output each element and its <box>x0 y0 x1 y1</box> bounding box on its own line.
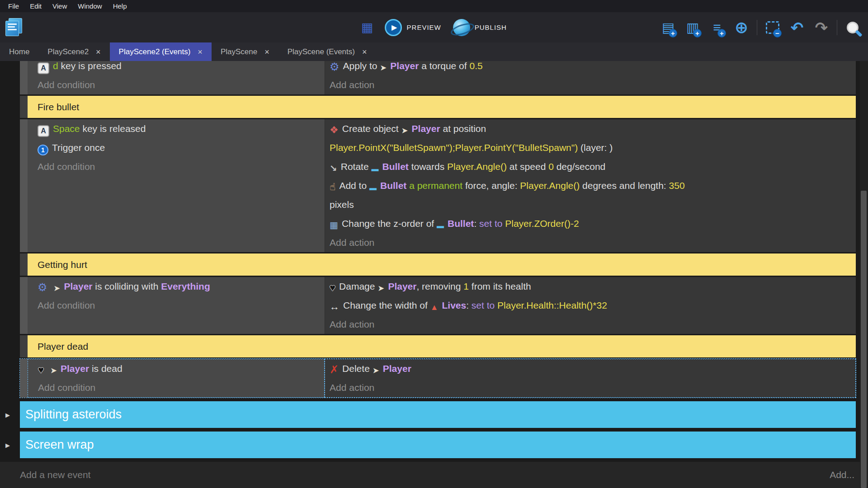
collapse-caret-icon[interactable]: ▶ <box>5 441 10 448</box>
condition-line[interactable]: ♥ ➤Player is dead <box>38 359 324 378</box>
add-new-event-row[interactable]: Add a new event Add... <box>0 462 868 488</box>
publish-button[interactable]: PUBLISH <box>453 19 507 36</box>
search-icon[interactable] <box>844 19 862 37</box>
group-label: Screen wrap <box>20 438 94 452</box>
keyboard-key-icon: A <box>38 125 49 137</box>
physics-icon: ⚙ <box>38 282 47 293</box>
text-segment: : <box>474 218 479 229</box>
group-handle <box>20 96 28 118</box>
add-condition-link[interactable]: Add condition <box>38 157 325 176</box>
group-label: Getting hurt <box>28 259 87 270</box>
project-manager-icon[interactable] <box>5 18 24 37</box>
add-subevent-icon[interactable]: ▥ + <box>684 19 702 37</box>
action-line[interactable]: ↔Change the width of ▲Lives: set to Play… <box>330 296 856 315</box>
tab-playscene2-events[interactable]: PlayScene2 (Events)× <box>110 42 212 61</box>
text-segment: pixels <box>330 199 354 210</box>
scrollbar-thumb[interactable] <box>861 191 867 488</box>
text-segment: degrees and length: <box>580 180 669 191</box>
tab-playscene2[interactable]: PlayScene2× <box>38 42 109 61</box>
text-segment: Player <box>412 123 440 134</box>
text-segment: Bullet <box>448 218 474 229</box>
tab-playscene[interactable]: PlayScene× <box>212 42 278 61</box>
drag-handle[interactable] <box>20 61 28 94</box>
add-comment-icon[interactable]: ≡ + <box>708 19 726 37</box>
add-condition-link[interactable]: Add condition <box>38 75 325 94</box>
redo-icon[interactable]: ↷ <box>812 19 830 37</box>
tab-close-icon[interactable]: × <box>96 48 101 56</box>
action-line[interactable]: ❖Create object ➤Player at position <box>330 119 856 138</box>
tab-home[interactable]: Home <box>0 42 38 61</box>
text-segment: Player <box>61 363 89 374</box>
tab-close-icon[interactable]: × <box>264 48 269 56</box>
add-action-link[interactable]: Add action <box>330 315 856 334</box>
add-something-icon[interactable]: ⊕ <box>732 19 750 37</box>
keyboard-key-icon: A <box>38 62 49 74</box>
trigger-once-icon: 1 <box>38 145 48 155</box>
add-action-link[interactable]: Add action <box>330 75 856 94</box>
text-segment: 350 <box>669 180 685 191</box>
menu-item-edit[interactable]: Edit <box>24 0 47 12</box>
preview-button[interactable]: ▶ PREVIEW <box>385 19 441 36</box>
menu-item-file[interactable]: File <box>3 0 24 12</box>
menu-item-view[interactable]: View <box>47 0 72 12</box>
group-getting-hurt[interactable]: Getting hurt <box>20 253 856 276</box>
tab-close-icon[interactable]: × <box>362 48 367 56</box>
condition-line[interactable]: 1Trigger once <box>38 138 325 157</box>
group-splitting-asteroids[interactable]: ▶Splitting asteroids <box>20 401 856 428</box>
text-segment: 1 <box>463 281 469 291</box>
rotate-icon: ↘ <box>330 164 337 173</box>
bullet-icon: ▬ <box>371 165 378 173</box>
add-action-link[interactable]: Add action <box>330 378 855 397</box>
condition-line[interactable]: Ad key is pressed <box>38 61 325 75</box>
add-condition-link[interactable]: Add condition <box>38 378 324 397</box>
drag-handle[interactable] <box>20 119 28 252</box>
action-line[interactable]: ↘Rotate ▬Bullet towards Player.Angle() a… <box>330 157 856 176</box>
publish-globe-icon <box>453 19 470 36</box>
undo-icon[interactable]: ↶ <box>788 19 806 37</box>
drag-handle[interactable] <box>20 359 28 398</box>
menu-item-help[interactable]: Help <box>108 0 132 12</box>
player-icon: ➤ <box>53 284 60 292</box>
debug-icon[interactable]: ▦ <box>361 21 373 34</box>
text-segment: 0.5 <box>469 61 482 71</box>
group-screen-wrap[interactable]: ▶Screen wrap <box>20 432 856 458</box>
text-segment: key is pressed <box>58 61 122 71</box>
condition-line[interactable]: ⚙ ➤Player is colliding with Everything <box>38 277 325 296</box>
add-more-button[interactable]: Add... <box>830 469 854 480</box>
preview-label: PREVIEW <box>407 23 441 31</box>
action-line[interactable]: ▦Change the z-order of ▬Bullet: set to P… <box>330 214 856 233</box>
tab-playscene-events[interactable]: PlayScene (Events)× <box>278 42 376 61</box>
group-handle <box>20 253 28 276</box>
text-segment: Everything <box>161 281 210 291</box>
collapse-caret-icon[interactable]: ▶ <box>5 411 10 418</box>
conditions-cell: ASpace key is released1Trigger onceAdd c… <box>28 119 325 252</box>
tab-close-icon[interactable]: × <box>198 48 203 56</box>
action-line[interactable]: ♥Damage ➤Player, removing 1 from its hea… <box>330 277 856 296</box>
condition-line[interactable]: ASpace key is released <box>38 119 325 138</box>
actions-cell: ❖Create object ➤Player at positionPlayer… <box>325 119 856 252</box>
tab-label: Home <box>9 47 29 56</box>
heart-icon: ♥ <box>38 365 44 375</box>
action-line[interactable]: Player.PointX("BulletSpawn");Player.Poin… <box>330 138 856 157</box>
action-line[interactable]: ⚙Apply to ➤Player a torque of 0.5 <box>330 61 856 75</box>
menu-item-window[interactable]: Window <box>72 0 107 12</box>
group-player-dead[interactable]: Player dead <box>20 335 856 357</box>
delete-selection-icon[interactable]: − <box>764 19 782 37</box>
add-action-link[interactable]: Add action <box>330 233 856 252</box>
action-line[interactable]: ☝Add to ▬Bullet a permanent force, angle… <box>330 176 856 195</box>
action-line[interactable]: ✗Delete ➤Player <box>330 359 855 378</box>
action-line[interactable]: pixels <box>330 195 856 214</box>
text-segment: set to <box>472 300 497 310</box>
conditions-cell: ♥ ➤Player is deadAdd condition <box>28 359 325 398</box>
add-condition-link[interactable]: Add condition <box>38 296 325 315</box>
text-segment: Add to <box>339 180 369 191</box>
text-segment: Trigger once <box>52 142 105 153</box>
delete-icon: ✗ <box>330 364 339 375</box>
group-fire-bullet[interactable]: Fire bullet <box>20 96 856 118</box>
drag-handle[interactable] <box>20 277 28 334</box>
player-icon: ➤ <box>50 366 57 375</box>
text-segment: (layer: ) <box>578 142 613 153</box>
physics-icon: ⚙ <box>330 61 340 72</box>
player-icon: ➤ <box>377 284 384 292</box>
add-event-icon[interactable]: ▤ + <box>659 19 677 37</box>
